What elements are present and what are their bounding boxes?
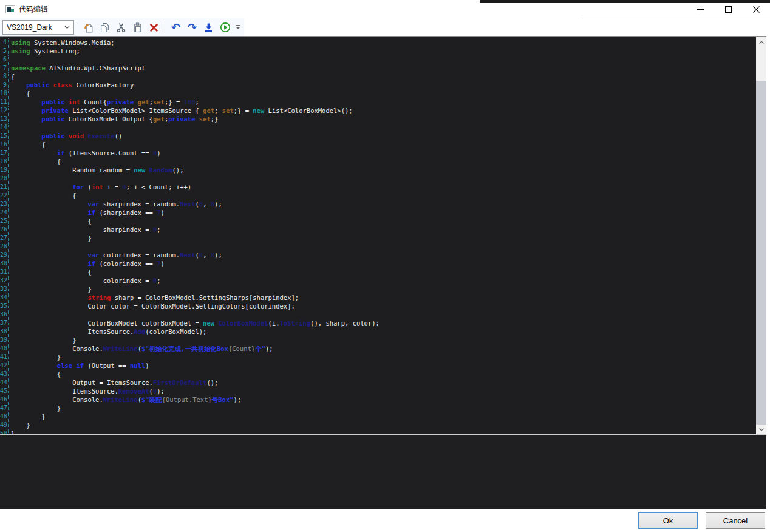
line-number: 43	[0, 370, 9, 378]
background-window-strip	[480, 0, 770, 3]
reload-document-button[interactable]	[81, 20, 96, 35]
line-number: 29	[0, 251, 9, 259]
code-line: 43 {	[0, 370, 756, 378]
code-line: 45 ItemsSource.RemoveAt(0);	[0, 387, 756, 395]
line-number: 27	[0, 234, 9, 242]
code-text: var sharpindex = random.Next(0, 8);	[9, 200, 222, 208]
code-text: {	[9, 89, 30, 98]
line-number: 25	[0, 217, 9, 225]
code-line: 46 Console.WriteLine($"装配{Output.Text}号B…	[0, 395, 756, 404]
code-text: Output = ItemsSource.FirstOrDefault();	[9, 378, 218, 387]
code-line: 34 string sharp = ColorBoxModel.SettingS…	[0, 293, 756, 302]
undo-icon: ↶	[171, 22, 180, 33]
code-text	[9, 242, 11, 251]
code-line: 30 if (colorindex == 7)	[0, 259, 756, 268]
cut-button[interactable]	[114, 20, 129, 35]
line-number: 46	[0, 395, 9, 404]
line-number: 34	[0, 293, 9, 302]
ok-button[interactable]: Ok	[638, 512, 698, 529]
line-number: 50	[0, 429, 9, 434]
code-line: 7namespace AIStudio.Wpf.CSharpScript	[0, 64, 756, 72]
code-text: ItemsSource.Add(colorBoxModel);	[9, 327, 206, 336]
code-text	[9, 310, 11, 319]
window-title: 代码编辑	[19, 4, 48, 15]
line-number: 22	[0, 191, 9, 200]
code-line: 48 }	[0, 412, 756, 421]
copy-icon	[100, 22, 110, 33]
theme-select-value: VS2019_Dark	[7, 23, 52, 32]
code-line: 22 {	[0, 191, 756, 200]
code-line: 17 if (ItemsSource.Count == 0)	[0, 149, 756, 157]
code-line: 49 }	[0, 421, 756, 429]
code-editor[interactable]: 4using System.Windows.Media;5using Syste…	[0, 36, 766, 435]
line-number: 24	[0, 208, 9, 217]
reload-document-icon	[83, 22, 94, 33]
line-number: 39	[0, 336, 9, 344]
delete-button[interactable]	[146, 20, 162, 35]
code-line: 37 ColorBoxModel colorBoxModel = new Col…	[0, 319, 756, 327]
line-number: 37	[0, 319, 9, 327]
redo-button[interactable]: ↷	[185, 20, 200, 35]
code-line: 27 }	[0, 234, 756, 242]
cancel-button[interactable]: Cancel	[706, 512, 765, 529]
code-line: 13 public ColorBoxModel Output {get;priv…	[0, 115, 756, 123]
line-number: 20	[0, 174, 9, 183]
code-line: 21 for (int i = 0; i < Count; i++)	[0, 183, 756, 191]
line-number: 44	[0, 378, 9, 387]
scroll-down-button[interactable]	[756, 425, 766, 434]
line-number: 33	[0, 285, 9, 293]
chevron-down-icon	[759, 428, 764, 431]
code-line: 12 private List<ColorBoxModel> ItemsSour…	[0, 106, 756, 115]
line-number: 42	[0, 361, 9, 370]
code-text: if (ItemsSource.Count == 0)	[9, 149, 161, 157]
scrollbar-thumb[interactable]	[756, 47, 766, 81]
code-line: 33 }	[0, 285, 756, 293]
run-button[interactable]	[217, 20, 233, 35]
toolbar: VS2019_Dark	[0, 18, 244, 36]
chevron-down-icon	[64, 26, 70, 29]
code-line: 8{	[0, 72, 756, 81]
line-number: 19	[0, 166, 9, 174]
code-text: public void Execute()	[9, 132, 122, 140]
line-number: 30	[0, 259, 9, 268]
code-line: 41 }	[0, 353, 756, 361]
code-text: for (int i = 0; i < Count; i++)	[9, 183, 191, 191]
code-line: 35 Color color = ColorBoxModel.SettingCo…	[0, 302, 756, 310]
code-text: {	[9, 217, 92, 225]
chevron-up-icon	[759, 41, 764, 44]
code-text: {	[9, 268, 92, 276]
code-line: 11 public int Count{private get;set;} = …	[0, 98, 756, 106]
background-window-edge	[582, 19, 770, 19]
code-text: Console.WriteLine($"装配{Output.Text}号Box"…	[9, 395, 241, 404]
toolbar-overflow-button[interactable]	[234, 20, 242, 35]
vertical-scrollbar[interactable]	[756, 37, 766, 434]
code-text: ItemsSource.RemoveAt(0);	[9, 387, 165, 395]
code-text: Color color = ColorBoxModel.SettingColor…	[9, 302, 295, 310]
output-panel	[0, 435, 766, 509]
code-line: 16 {	[0, 140, 756, 149]
theme-select[interactable]: VS2019_Dark	[2, 20, 74, 35]
line-number: 12	[0, 106, 9, 115]
code-text: }	[9, 234, 92, 242]
line-number: 7	[0, 64, 9, 72]
import-icon	[203, 22, 214, 33]
app-icon	[5, 5, 15, 13]
code-line: 5using System.Linq;	[0, 47, 756, 55]
copy-button[interactable]	[97, 20, 112, 35]
undo-button[interactable]: ↶	[168, 20, 183, 35]
line-number: 47	[0, 404, 9, 412]
code-line: 6	[0, 55, 756, 64]
code-text: public class ColorBoxFactory	[9, 81, 134, 89]
scroll-up-button[interactable]	[756, 37, 766, 47]
import-button[interactable]	[201, 20, 216, 35]
code-line: 28	[0, 242, 756, 251]
line-number: 14	[0, 123, 9, 132]
paste-button[interactable]	[130, 20, 145, 35]
code-line: 32 colorindex = 0;	[0, 276, 756, 285]
toolbar-row: VS2019_Dark	[0, 18, 770, 36]
code-edit-dialog: 代码编辑 VS2019_Dark	[0, 0, 770, 532]
code-text: }	[9, 412, 46, 421]
code-text: }	[9, 404, 61, 412]
code-line: 20	[0, 174, 756, 183]
line-number: 40	[0, 344, 9, 353]
